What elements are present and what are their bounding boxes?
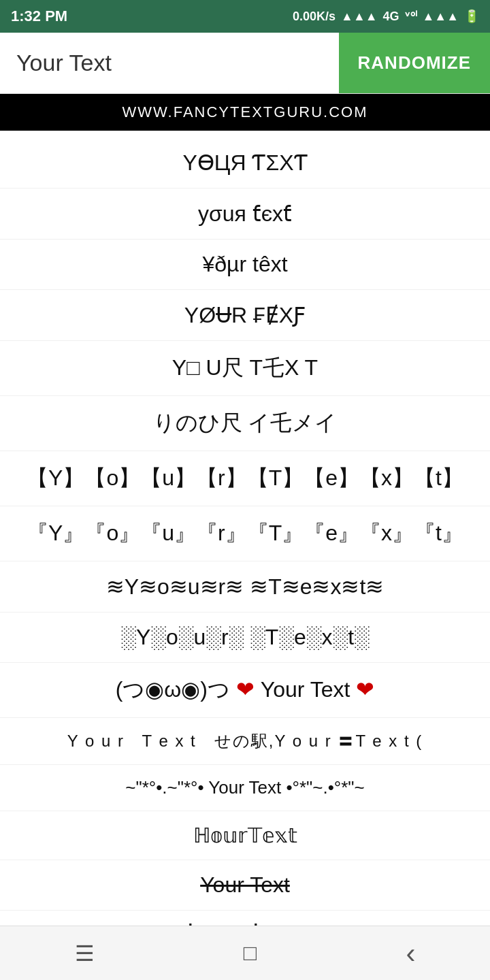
website-banner: WWW.FANCYTEXTGURU.COM	[0, 94, 490, 131]
search-input[interactable]	[0, 33, 339, 93]
battery-icon: 🔋	[464, 9, 479, 24]
status-right: 0.00K/s ▲▲▲ 4G ᵛᵒˡ ▲▲▲ 🔋	[293, 9, 479, 24]
list-item[interactable]: ℍ𝕠𝕦𝕣𝕋𝕖𝕩𝕥	[0, 811, 490, 860]
home-icon[interactable]: □	[244, 941, 257, 966]
signal-icon-2: ▲▲▲	[423, 10, 459, 24]
list-item[interactable]: YØɄR ₣ɆXƑ	[0, 290, 490, 341]
heart-icon: ❤	[356, 677, 374, 702]
list-item[interactable]: YӨЦЯ ƬΣXƬ	[0, 137, 490, 189]
list-item[interactable]: 【Y】【o】【u】【r】【T】【e】【x】【t】	[0, 451, 490, 506]
list-item[interactable]: yσuя ƭєxƭ	[0, 189, 490, 240]
search-bar: RANDOMIZE	[0, 33, 490, 94]
signal-icon: ▲▲▲	[341, 10, 377, 24]
status-bar: 1:32 PM 0.00K/s ▲▲▲ 4G ᵛᵒˡ ▲▲▲ 🔋	[0, 0, 490, 33]
list-item[interactable]: ¥ðµr têxt	[0, 240, 490, 290]
fancy-text-list: YӨЦЯ ƬΣXƬ yσuя ƭєxƭ ¥ðµr têxt YØɄR ₣ɆXƑ …	[0, 131, 490, 980]
menu-icon[interactable]: ☰	[75, 941, 95, 966]
network-speed: 0.00K/s	[293, 10, 336, 24]
randomize-button[interactable]: RANDOMIZE	[339, 33, 490, 93]
back-icon[interactable]: ‹	[406, 937, 415, 970]
list-item[interactable]: (つ◉ω◉)つ ❤ Your Text ❤	[0, 663, 490, 718]
time-display: 1:32 PM	[11, 7, 67, 25]
list-item[interactable]: ░Y░o░u░r░ ░T░e░x░t░	[0, 612, 490, 663]
list-item[interactable]: りのひ尺 イ乇メイ	[0, 396, 490, 451]
list-item[interactable]: 『Y』『o』『u』『r』『T』『e』『x』『t』	[0, 506, 490, 561]
list-item[interactable]: Y o u r T e x t せの駅,Y o u r 〓T e x t (	[0, 718, 490, 765]
nav-bar: ☰ □ ‹	[0, 926, 490, 980]
data-type: 4G	[383, 10, 399, 24]
list-item[interactable]: Your Text	[0, 860, 490, 911]
list-item[interactable]: Y□ U尺 T乇X T	[0, 341, 490, 396]
heart-icon: ❤	[236, 677, 255, 702]
list-item[interactable]: ≋Y≋o≋u≋r≋ ≋T≋e≋x≋t≋	[0, 561, 490, 612]
lte-icon: ᵛᵒˡ	[405, 9, 417, 24]
list-item[interactable]: ~"*°•.~"*°• Your Text •°*"~.•°*"~	[0, 765, 490, 811]
